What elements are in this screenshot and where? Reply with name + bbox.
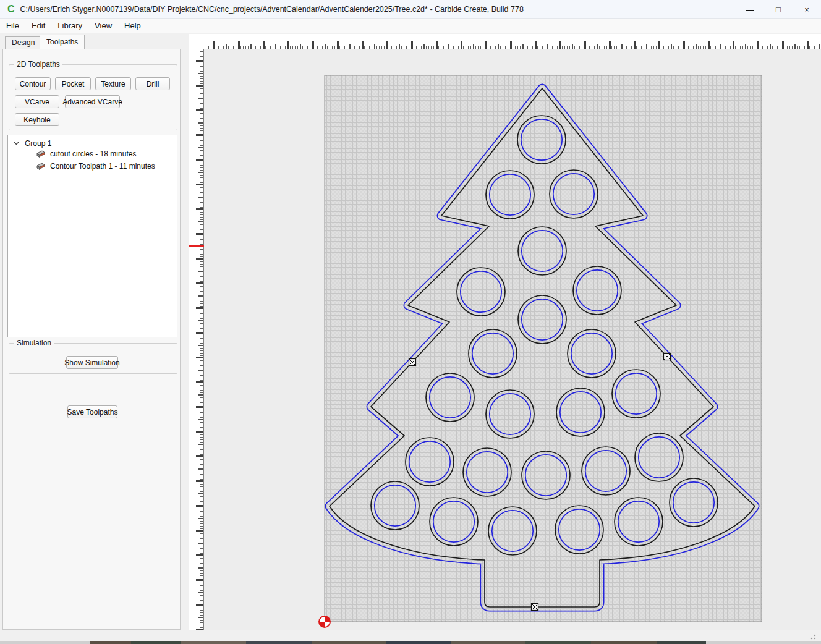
contour-button[interactable]: Contour — [15, 77, 51, 90]
toolpath-group-label: Group 1 — [25, 139, 51, 148]
maximize-button[interactable]: □ — [764, 0, 793, 19]
menu-help[interactable]: Help — [118, 19, 147, 33]
menu-edit[interactable]: Edit — [25, 19, 51, 33]
horizontal-ruler — [189, 34, 821, 49]
toolpath-item-row[interactable]: Contour Toolpath 1 - 11 minutes — [8, 160, 177, 172]
tab-toolpaths[interactable]: Toolpaths — [40, 35, 85, 49]
tab-design[interactable]: Design — [5, 36, 41, 49]
window-title: C:/Users/Erich Styger.N0007139/Data/DIY … — [20, 5, 524, 14]
close-button[interactable]: × — [793, 0, 821, 19]
toolpath-icon — [36, 163, 46, 171]
save-toolpaths-button[interactable]: Save Toolpaths — [67, 405, 117, 418]
toolpath-list[interactable]: Group 1 cutout circles - 18 minutesConto… — [7, 135, 177, 337]
resize-grip[interactable] — [810, 633, 819, 640]
window-bottom-strip — [0, 630, 821, 641]
texture-button[interactable]: Texture — [95, 77, 131, 90]
design-canvas-background[interactable] — [204, 49, 821, 630]
2d-toolpaths-label: 2D Toolpaths — [14, 60, 62, 69]
vcarve-button[interactable]: VCarve — [15, 95, 59, 108]
menu-bar: FileEditLibraryViewHelp — [0, 19, 821, 33]
drill-button[interactable]: Drill — [135, 77, 170, 90]
title-bar: C C:/Users/Erich Styger.N0007139/Data/DI… — [0, 0, 821, 19]
toolpath-icon — [36, 150, 46, 158]
menu-file[interactable]: File — [5, 19, 25, 33]
chevron-down-icon[interactable] — [14, 142, 19, 145]
ruler-position-indicator — [189, 245, 204, 247]
pocket-button[interactable]: Pocket — [55, 77, 91, 90]
vertical-ruler — [189, 34, 204, 630]
menu-view[interactable]: View — [88, 19, 118, 33]
toolpath-item-label: Contour Toolpath 1 - 11 minutes — [50, 162, 155, 171]
toolpath-item-label: cutout circles - 18 minutes — [50, 150, 136, 158]
minimize-button[interactable]: — — [736, 0, 764, 19]
carbide-create-window: { "window": { "title": "C:/Users/Erich S… — [0, 0, 821, 644]
simulation-label: Simulation — [14, 339, 54, 347]
ruler-corner — [189, 34, 205, 49]
toolpath-item-row[interactable]: cutout circles - 18 minutes — [8, 148, 177, 160]
app-logo-icon: C — [7, 4, 15, 14]
advanced-vcarve-button[interactable]: Advanced VCarve — [65, 95, 120, 108]
menu-library[interactable]: Library — [51, 19, 88, 33]
show-simulation-button[interactable]: Show Simulation — [66, 356, 118, 369]
taskbar-sliver — [0, 641, 821, 644]
keyhole-button[interactable]: Keyhole — [15, 113, 59, 126]
